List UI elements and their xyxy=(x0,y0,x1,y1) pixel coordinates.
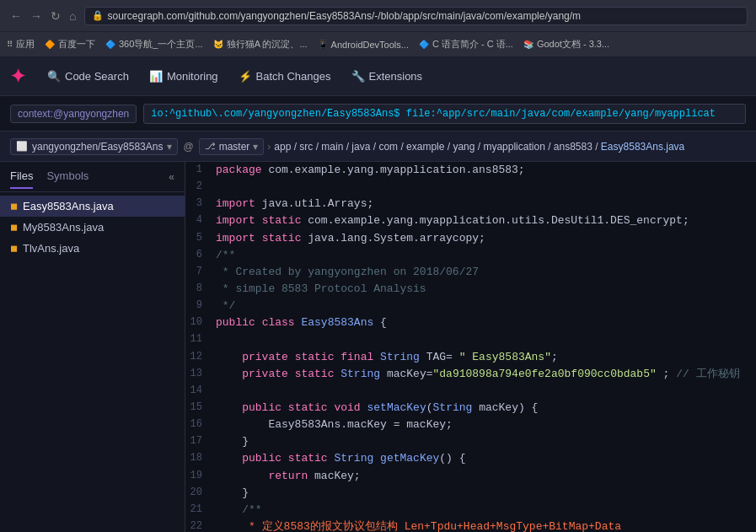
bookmark-android[interactable]: 📱 AndroidDevTools... xyxy=(318,40,409,50)
file-icon-easy8583: ◼ xyxy=(10,201,18,212)
line-content-13: private static String macKey="da910898a7… xyxy=(216,366,756,383)
android-icon: 📱 xyxy=(318,40,328,49)
search-input[interactable]: io:^github\.com/yangyongzhen/Easy8583Ans… xyxy=(143,104,746,124)
line-content-15: public static void setMacKey(String macK… xyxy=(216,400,756,416)
line-num-9: 9 xyxy=(185,298,216,314)
code-editor: 1 package com.example.yang.myapplication… xyxy=(185,162,756,532)
repo-icon: ⬜ xyxy=(16,141,28,152)
code-line-2: 2 xyxy=(185,179,756,196)
code-line-15: 15 public static void setMacKey(String m… xyxy=(185,400,756,416)
bookmark-cat[interactable]: 🐱 独行猫A 的沉淀、... xyxy=(213,38,308,51)
address-bar[interactable]: 🔒 sourcegraph.com/github.com/yangyongzhe… xyxy=(84,7,748,25)
code-line-4: 4 import static com.example.yang.myappli… xyxy=(185,212,756,229)
line-num-8: 8 xyxy=(185,281,216,297)
line-num-2: 2 xyxy=(185,179,216,195)
line-content-6: /** xyxy=(216,247,756,264)
back-icon[interactable]: ← xyxy=(8,8,24,24)
line-num-17: 17 xyxy=(185,433,216,449)
line-content-18: public static String getMacKey() { xyxy=(216,450,756,467)
monitoring-icon: 📊 xyxy=(149,70,163,83)
breadcrumb-path: app / src / main / java / com / example … xyxy=(274,141,684,153)
nav-extensions-label: Extensions xyxy=(369,70,423,83)
line-content-5: import static java.lang.System.arraycopy… xyxy=(216,230,756,247)
line-content-1: package com.example.yang.myapplication.a… xyxy=(216,162,756,179)
file-name-easy8583: Easy8583Ans.java xyxy=(23,200,114,212)
bookmark-c-label: C 语言简介 - C 语... xyxy=(432,38,513,51)
file-sidebar: Files Symbols « ◼ Easy8583Ans.java ◼ My8… xyxy=(0,162,185,532)
code-line-10: 10 public class Easy8583Ans { xyxy=(185,314,756,331)
line-num-18: 18 xyxy=(185,450,216,466)
file-name-tlvans: TlvAns.java xyxy=(23,242,79,255)
bookmark-apps[interactable]: ⠿ 应用 xyxy=(7,38,35,51)
app-logo[interactable]: ✦ xyxy=(10,66,25,88)
code-line-13: 13 private static String macKey="da91089… xyxy=(185,366,756,383)
file-item-tlvans[interactable]: ◼ TlvAns.java xyxy=(0,238,185,259)
bookmark-baidu-label: 百度一下 xyxy=(58,38,95,51)
line-num-11: 11 xyxy=(185,331,216,347)
line-content-14 xyxy=(216,383,756,400)
code-line-21: 21 /** xyxy=(185,502,756,519)
godot-icon: 📚 xyxy=(523,40,533,49)
code-line-6: 6 /** xyxy=(185,247,756,264)
app-header: ✦ 🔍 Code Search 📊 Monitoring ⚡ Batch Cha… xyxy=(0,57,756,96)
bookmark-baidu[interactable]: 🔶 百度一下 xyxy=(45,38,95,51)
code-content[interactable]: 1 package com.example.yang.myapplication… xyxy=(185,162,756,532)
code-line-18: 18 public static String getMacKey() { xyxy=(185,450,756,467)
nav-monitoring-label: Monitoring xyxy=(167,70,218,83)
tab-files[interactable]: Files xyxy=(10,164,33,189)
batch-changes-icon: ⚡ xyxy=(239,70,252,83)
line-num-1: 1 xyxy=(185,162,216,178)
cat-icon: 🐱 xyxy=(213,40,223,49)
code-line-8: 8 * simple 8583 Protocol Analysis xyxy=(185,281,756,298)
bookmark-360[interactable]: 🔷 360导航_一个主页... xyxy=(105,38,203,51)
code-line-12: 12 private static final String TAG= " Ea… xyxy=(185,349,756,366)
file-item-easy8583[interactable]: ◼ Easy8583Ans.java xyxy=(0,196,185,217)
bookmark-apps-label: 应用 xyxy=(16,38,35,51)
lock-icon: 🔒 xyxy=(92,10,104,21)
code-line-16: 16 Easy8583Ans.macKey = macKey; xyxy=(185,416,756,433)
forward-icon[interactable]: → xyxy=(29,8,44,24)
line-num-16: 16 xyxy=(185,416,216,433)
bookmark-c[interactable]: 🔷 C 语言简介 - C 语... xyxy=(419,38,513,51)
refresh-icon[interactable]: ↻ xyxy=(49,8,62,24)
c-icon: 🔷 xyxy=(419,40,429,49)
code-search-icon: 🔍 xyxy=(47,70,61,83)
repo-badge[interactable]: ⬜ yangyongzhen/Easy8583Ans ▾ xyxy=(10,138,178,155)
bookmark-godot[interactable]: 📚 Godot文档 - 3.3... xyxy=(523,38,609,51)
browser-nav-icons: ← → ↻ ⌂ xyxy=(8,8,78,24)
context-badge[interactable]: context:@yangyongzhen xyxy=(10,105,137,123)
file-icon-tlvans: ◼ xyxy=(10,243,18,254)
tab-symbols[interactable]: Symbols xyxy=(46,164,88,189)
at-sign: @ xyxy=(181,141,195,153)
branch-name: master xyxy=(219,141,250,153)
home-icon[interactable]: ⌂ xyxy=(67,8,78,24)
sidebar-collapse-icon[interactable]: « xyxy=(169,171,174,183)
code-line-9: 9 */ xyxy=(185,298,756,314)
file-item-my8583[interactable]: ◼ My8583Ans.java xyxy=(0,217,185,238)
line-content-2 xyxy=(216,179,756,196)
line-num-20: 20 xyxy=(185,485,216,501)
repo-dropdown-icon: ▾ xyxy=(167,141,172,153)
breadcrumb-bar: ⬜ yangyongzhen/Easy8583Ans ▾ @ ⎇ master … xyxy=(0,132,756,162)
baidu-icon: 🔶 xyxy=(45,40,55,49)
branch-badge[interactable]: ⎇ master ▾ xyxy=(199,138,265,155)
nav-batch-changes-label: Batch Changes xyxy=(256,70,331,83)
line-content-7: * Created by yangyongzhen on 2018/06/27 xyxy=(216,264,756,281)
file-icon-my8583: ◼ xyxy=(10,222,18,233)
line-content-3: import java.util.Arrays; xyxy=(216,196,756,212)
search-bar: context:@yangyongzhen io:^github\.com/ya… xyxy=(0,96,756,132)
line-content-11 xyxy=(216,331,756,348)
line-content-19: return macKey; xyxy=(216,468,756,485)
bookmark-360-label: 360导航_一个主页... xyxy=(119,38,203,51)
line-content-21: /** xyxy=(216,502,756,519)
url-text: sourcegraph.com/github.com/yangyongzhen/… xyxy=(107,10,581,22)
code-line-19: 19 return macKey; xyxy=(185,468,756,485)
nav-item-batch-changes[interactable]: ⚡ Batch Changes xyxy=(230,65,340,88)
nav-item-monitoring[interactable]: 📊 Monitoring xyxy=(141,65,227,88)
nav-item-extensions[interactable]: 🔧 Extensions xyxy=(343,65,432,88)
extensions-icon: 🔧 xyxy=(351,70,365,83)
line-num-19: 19 xyxy=(185,468,216,484)
branch-dropdown-icon: ▾ xyxy=(253,141,258,153)
bookmark-cat-label: 独行猫A 的沉淀、... xyxy=(227,38,308,51)
nav-item-code-search[interactable]: 🔍 Code Search xyxy=(39,65,137,88)
